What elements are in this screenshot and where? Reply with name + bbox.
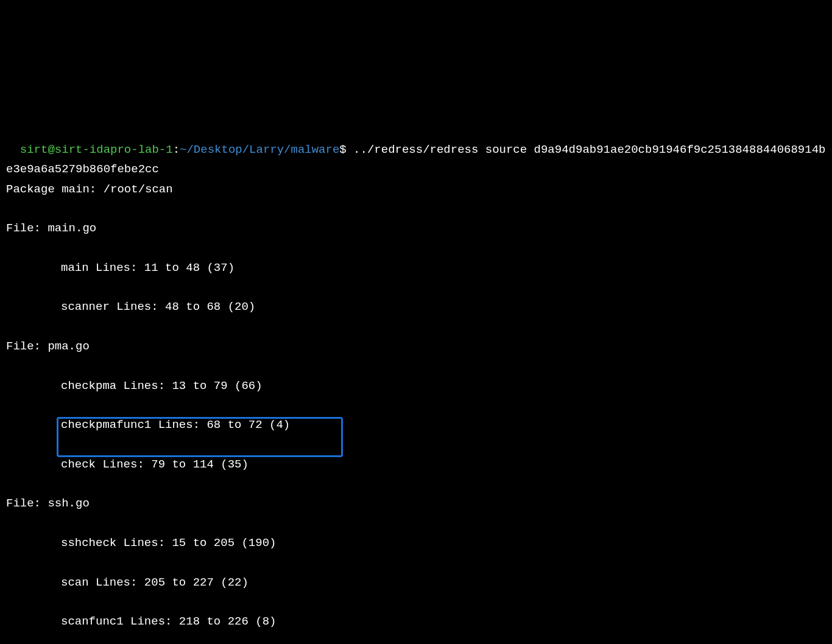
prompt-user-host: sirt@sirt-idapro-lab-1	[20, 143, 173, 156]
file-header: File: ssh.go	[6, 494, 826, 513]
func-entry: sshcheck Lines: 15 to 205 (190)	[6, 533, 826, 553]
prompt-dollar: $	[339, 143, 346, 156]
func-entry: main Lines: 11 to 48 (37)	[6, 258, 826, 278]
func-entry: scanner Lines: 48 to 68 (20)	[6, 297, 826, 317]
prompt-line: sirt@sirt-idapro-lab-1:~/Desktop/Larry/m…	[6, 143, 825, 176]
func-entry: checkpma Lines: 13 to 79 (66)	[6, 376, 826, 396]
file-header: File: main.go	[6, 219, 826, 238]
func-entry: checkpmafunc1 Lines: 68 to 72 (4)	[6, 415, 826, 435]
prompt-colon: :	[173, 143, 180, 156]
func-entry: scan Lines: 205 to 227 (22)	[6, 573, 826, 592]
terminal-window[interactable]: sirt@sirt-idapro-lab-1:~/Desktop/Larry/m…	[6, 81, 826, 644]
func-entry: scanfunc1 Lines: 218 to 226 (8)	[6, 612, 826, 631]
output-package: Package main: /root/scan	[6, 180, 826, 199]
func-entry: check Lines: 79 to 114 (35)	[6, 455, 826, 474]
prompt-path: ~/Desktop/Larry/malware	[180, 143, 339, 156]
file-header: File: pma.go	[6, 337, 826, 356]
